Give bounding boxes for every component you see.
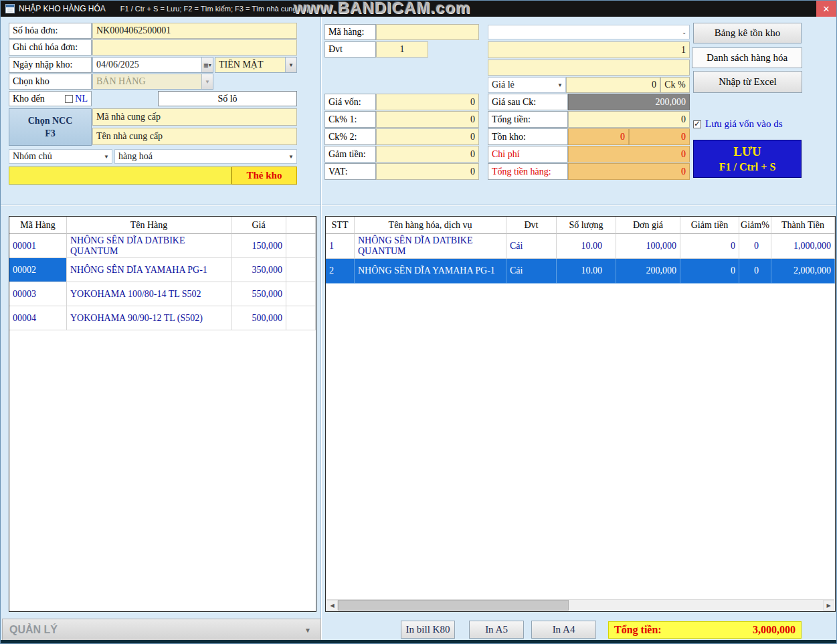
retail-price-input[interactable]: 0 bbox=[566, 77, 660, 93]
nl-checkbox[interactable] bbox=[65, 95, 73, 103]
header-ma-hang[interactable]: Mã Hàng bbox=[9, 217, 67, 234]
invoice-discount-cell[interactable]: 0 bbox=[680, 234, 739, 259]
invoice-total-cell[interactable]: 2,000,000 bbox=[771, 259, 835, 284]
product-name-cell[interactable]: YOKOHAMA 100/80-14 TL S502 bbox=[67, 282, 231, 306]
header-gia[interactable]: Giá bbox=[231, 217, 286, 234]
header-ten-hang-hoa[interactable]: Tên hàng hóa, dịch vụ bbox=[355, 217, 506, 234]
header-thanh-tien[interactable]: Thành Tiền bbox=[771, 217, 835, 234]
invoice-qty-cell[interactable]: 10.00 bbox=[557, 234, 616, 259]
quantity-input[interactable]: 1 bbox=[488, 41, 690, 58]
product-code-cell[interactable]: 00003 bbox=[9, 282, 67, 306]
table-row[interactable]: 00003 YOKOHAMA 100/80-14 TL S502 550,000 bbox=[9, 282, 316, 306]
import-excel-button[interactable]: Nhập từ Excel bbox=[693, 71, 802, 93]
detail-note-input[interactable] bbox=[488, 60, 690, 76]
management-combo[interactable]: QUẢN LÝ ▼ bbox=[2, 619, 321, 641]
supplier-code-input[interactable]: Mã nhà cung cấp bbox=[92, 108, 297, 126]
horizontal-divider bbox=[1, 205, 837, 205]
header-giam-pct[interactable]: Giảm% bbox=[739, 217, 771, 234]
invoice-name-cell[interactable]: NHÔNG SÊN DĨA YAMAHA PG-1 bbox=[355, 259, 506, 284]
invoice-unit-cell[interactable]: Cái bbox=[506, 234, 557, 259]
header-dvt[interactable]: Đvt bbox=[506, 217, 557, 234]
warehouse-combo[interactable]: BÁN HÀNG ▼ bbox=[92, 74, 213, 90]
header-ten-hang[interactable]: Tên Hàng bbox=[67, 217, 231, 234]
item-name-combo[interactable]: ⌄ bbox=[488, 25, 690, 39]
horizontal-scrollbar[interactable]: ◀ ▶ bbox=[327, 599, 834, 611]
stock-card-button[interactable]: Thẻ kho bbox=[231, 167, 297, 185]
invoice-unit-cell[interactable]: Cái bbox=[506, 259, 557, 284]
title-bar: NHẬP KHO HÀNG HÓA F1 / Ctr + S = Lưu; F2… bbox=[1, 1, 836, 17]
total-amount-value[interactable]: 0 bbox=[568, 111, 690, 128]
product-search-input[interactable] bbox=[9, 167, 231, 185]
invoice-name-cell[interactable]: NHÔNG SÊN DĨA DATBIKE QUANTUM bbox=[355, 234, 506, 259]
ck1-input[interactable]: 0 bbox=[376, 111, 479, 128]
product-name-cell[interactable]: YOKOHAMA 90/90-12 TL (S502) bbox=[67, 306, 231, 330]
price-after-discount-value[interactable]: 200,000 bbox=[568, 94, 690, 110]
chevron-down-icon: ▼ bbox=[201, 74, 213, 89]
print-bill-k80-button[interactable]: In bill K80 bbox=[401, 621, 455, 639]
invoice-total-cell[interactable]: 1,000,000 bbox=[771, 234, 835, 259]
ck2-input[interactable]: 0 bbox=[376, 128, 479, 145]
product-table-header: Mã Hàng Tên Hàng Giá bbox=[9, 217, 316, 234]
price-after-discount-label: Giá sau Ck: bbox=[488, 94, 568, 110]
invoice-price-cell[interactable]: 100,000 bbox=[616, 234, 680, 259]
scrollbar-thumb[interactable] bbox=[338, 600, 569, 611]
header-filler bbox=[286, 217, 316, 234]
app-icon bbox=[5, 4, 15, 13]
invoice-price-cell[interactable]: 200,000 bbox=[616, 259, 680, 284]
import-date-picker[interactable]: 04/06/2025 ▦▾ bbox=[92, 57, 213, 73]
vat-input[interactable]: 0 bbox=[376, 163, 479, 180]
ck1-label: Ck% 1: bbox=[324, 111, 376, 128]
scroll-left-icon[interactable]: ◀ bbox=[327, 600, 338, 611]
scroll-right-icon[interactable]: ▶ bbox=[823, 600, 834, 611]
product-price-cell[interactable]: 150,000 bbox=[231, 234, 286, 258]
product-name-cell[interactable]: NHÔNG SÊN DĨA DATBIKE QUANTUM bbox=[67, 234, 231, 258]
invoice-stt-cell[interactable]: 1 bbox=[326, 234, 355, 259]
retail-price-combo[interactable]: Giá lẻ ▼ bbox=[488, 77, 566, 93]
print-a5-button[interactable]: In A5 bbox=[469, 621, 524, 639]
save-cost-checkbox[interactable] bbox=[693, 120, 701, 128]
lot-number-box[interactable]: Số lô bbox=[158, 91, 297, 106]
reduce-amount-input[interactable]: 0 bbox=[376, 146, 479, 163]
product-list-button[interactable]: Danh sách hàng hóa bbox=[692, 47, 802, 68]
header-giam-tien[interactable]: Giảm tiền bbox=[680, 217, 739, 234]
calendar-icon[interactable]: ▦▾ bbox=[201, 58, 213, 72]
table-row[interactable]: 2 NHÔNG SÊN DĨA YAMAHA PG-1 Cái 10.00 20… bbox=[326, 259, 835, 284]
save-button[interactable]: LƯU F1 / Ctrl + S bbox=[693, 140, 802, 178]
goods-group-combo[interactable]: hàng hoá ▼ bbox=[114, 149, 297, 164]
invoice-discount-pct-cell[interactable]: 0 bbox=[739, 234, 771, 259]
payment-method-combo[interactable]: TIỀN MẶT ▼ bbox=[215, 57, 297, 73]
choose-supplier-button[interactable]: Chọn NCC F3 bbox=[9, 108, 92, 146]
chevron-down-icon[interactable]: ▼ bbox=[285, 58, 296, 72]
close-button[interactable]: ✕ bbox=[816, 1, 836, 17]
header-so-luong[interactable]: Số lượng bbox=[557, 217, 616, 234]
product-name-cell[interactable]: NHÔNG SÊN DĨA YAMAHA PG-1 bbox=[67, 258, 231, 282]
supplier-name-input[interactable]: Tên nhà cung cấp bbox=[92, 128, 297, 145]
product-code-cell[interactable]: 00002 bbox=[9, 258, 67, 282]
product-code-cell[interactable]: 00004 bbox=[9, 306, 67, 330]
cost-price-input[interactable]: 0 bbox=[376, 94, 479, 110]
invoice-discount-cell[interactable]: 0 bbox=[680, 259, 739, 284]
cost-fee-value[interactable]: 0 bbox=[568, 146, 690, 163]
stock-report-button[interactable]: Bảng kê tồn kho bbox=[693, 23, 802, 43]
unit-input[interactable]: 1 bbox=[376, 41, 428, 58]
product-code-cell[interactable]: 00001 bbox=[9, 234, 67, 258]
print-a4-button[interactable]: In A4 bbox=[531, 621, 596, 639]
table-row[interactable]: 00002 NHÔNG SÊN DĨA YAMAHA PG-1 350,000 bbox=[9, 258, 316, 282]
invoice-note-input[interactable] bbox=[92, 39, 297, 56]
invoice-discount-pct-cell[interactable]: 0 bbox=[739, 259, 771, 284]
product-price-cell[interactable]: 550,000 bbox=[231, 282, 286, 306]
goods-group-value: hàng hoá bbox=[115, 151, 286, 162]
table-row[interactable]: 00001 NHÔNG SÊN DĨA DATBIKE QUANTUM 150,… bbox=[9, 234, 316, 258]
table-row[interactable]: 00004 YOKOHAMA 90/90-12 TL (S502) 500,00… bbox=[9, 306, 316, 330]
invoice-stt-cell[interactable]: 2 bbox=[326, 259, 355, 284]
item-code-input[interactable] bbox=[376, 24, 479, 40]
invoice-qty-cell[interactable]: 10.00 bbox=[557, 259, 616, 284]
product-price-cell[interactable]: 350,000 bbox=[231, 258, 286, 282]
product-price-cell[interactable]: 500,000 bbox=[231, 306, 286, 330]
header-don-gia[interactable]: Đơn giá bbox=[616, 217, 680, 234]
invoice-number-input[interactable]: NK0004062500001 bbox=[92, 23, 297, 39]
main-group-combo[interactable]: Nhóm chủ ▼ bbox=[9, 149, 112, 164]
table-row[interactable]: 1 NHÔNG SÊN DĨA DATBIKE QUANTUM Cái 10.0… bbox=[326, 234, 835, 259]
grand-total-strip: Tổng tiền: 3,000,000 bbox=[608, 621, 802, 639]
header-stt[interactable]: STT bbox=[326, 217, 355, 234]
